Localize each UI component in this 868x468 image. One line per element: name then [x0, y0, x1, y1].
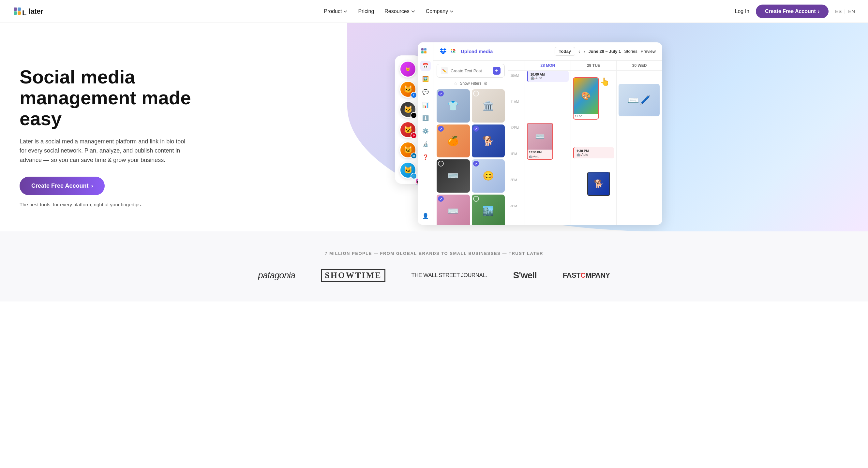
hero-subtext: The best tools, for every platform, righ… [20, 202, 209, 207]
create-text-post-button[interactable]: ✏️ Create Text Post + [437, 64, 505, 77]
create-account-button[interactable]: Create Free Account › [756, 5, 829, 18]
today-button[interactable]: Today [555, 47, 575, 56]
brand-logos: patagonia SHOWTIME THE WALL STREET JOURN… [13, 269, 855, 282]
trust-section: 7 MILLION PEOPLE — FROM GLOBAL BRANDS TO… [0, 231, 868, 301]
navigation: L later Product Pricing Resources Compan… [0, 0, 868, 23]
media-thumb-6[interactable]: 😊 [472, 159, 505, 193]
login-button[interactable]: Log In [735, 8, 749, 14]
sidebar-profile-icon[interactable]: 👤 [420, 210, 431, 221]
thumb-check-1 [438, 91, 444, 97]
cal-day-29: 29 TUE [570, 61, 617, 70]
mockup-container: 🐱 📷 🐱 f 🐱 ♪ 🐱 P 🐱 in [395, 42, 662, 225]
media-thumb-7[interactable]: ⌨️ [437, 195, 470, 225]
language-selector[interactable]: ES | EN [835, 8, 855, 14]
thumb-check-5 [438, 161, 444, 167]
time-11am: 11AM [508, 100, 525, 126]
media-library-panel: ✏️ Create Text Post + ☆ Show Filters ⚙ [433, 61, 508, 225]
hero-left: Social media management made easy Later … [20, 66, 209, 207]
event-tue-stack[interactable]: 🎨 11:00 [573, 77, 599, 120]
sidebar-comments-icon[interactable]: 💬 [420, 87, 431, 97]
hero-section: Social media management made easy Later … [0, 23, 868, 231]
stories-button[interactable]: Stories [624, 49, 637, 54]
social-profiles-panel: 🐱 📷 🐱 f 🐱 ♪ 🐱 P 🐱 in [395, 56, 421, 184]
calendar-view: 28 MON 29 TUE 30 WED 10AM 11AM 12P [508, 61, 662, 225]
calendar-body: 10AM 11AM 12PM 1PM 2PM 3PM [508, 71, 662, 225]
filter-icon[interactable]: ⚙ [484, 81, 488, 86]
svg-rect-9 [424, 51, 427, 54]
event-time-1: 10:00 AM [530, 73, 566, 76]
app-body: ✏️ Create Text Post + ☆ Show Filters ⚙ [433, 61, 662, 225]
profile-instagram[interactable]: 🐱 📷 [399, 61, 416, 77]
dropbox-icon[interactable] [440, 47, 446, 56]
next-week-button[interactable]: › [583, 48, 585, 55]
media-thumb-8[interactable]: 🏙️ [472, 195, 505, 225]
svg-rect-8 [421, 51, 424, 54]
svg-rect-1 [14, 7, 17, 11]
event-time-4: 1:30 PM [577, 149, 612, 153]
event-tue-130pm[interactable]: 1:30 PM 🤖 Auto [573, 147, 615, 158]
lang-en[interactable]: EN [848, 8, 855, 14]
gdrive-icon[interactable] [450, 47, 457, 56]
cal-time-header [508, 61, 525, 70]
cal-day-28: 28 MON [525, 61, 570, 70]
nav-product[interactable]: Product [324, 8, 348, 14]
thumb-check-2 [473, 91, 479, 97]
cal-col-wed: ⌨️🖊️ [616, 71, 662, 225]
hero-description: Later is a social media management platf… [20, 137, 189, 165]
app-header: Upload media Today ‹ › June 28 – July 1 … [433, 42, 662, 61]
svg-rect-6 [421, 48, 424, 51]
nav-links: Product Pricing Resources Company [324, 8, 454, 14]
sidebar-analytics-icon[interactable]: 📊 [420, 100, 431, 110]
event-mon-thumb[interactable]: ⌨️ 12:35 PM 🤖 Auto [527, 123, 553, 160]
media-thumb-4[interactable]: 🐕 [472, 125, 505, 158]
time-10am: 10AM [508, 74, 525, 100]
media-thumb-3[interactable]: 🍊 [437, 125, 470, 158]
sidebar-settings2-icon[interactable]: ⚙️ [420, 126, 431, 136]
svg-rect-7 [424, 48, 427, 51]
media-thumb-2[interactable]: 🏛️ [472, 89, 505, 123]
create-post-label: Create Text Post [451, 68, 490, 73]
brand-patagonia: patagonia [258, 270, 295, 280]
logo-text: later [29, 7, 43, 15]
prev-week-button[interactable]: ‹ [579, 48, 580, 55]
time-1pm: 1PM [508, 152, 525, 178]
event-label-4: 🤖 Auto [577, 153, 612, 157]
svg-rect-2 [18, 7, 21, 11]
event-tue-balloon[interactable]: 🐕 [587, 172, 610, 196]
date-range-label: June 28 – July 1 [589, 49, 621, 54]
sidebar-download-icon[interactable]: ⬇️ [420, 113, 431, 123]
media-thumb-1[interactable]: 👕 [437, 89, 470, 123]
thumb-check-4 [473, 126, 479, 132]
preview-button[interactable]: Preview [641, 49, 656, 54]
nav-company[interactable]: Company [426, 8, 454, 14]
sidebar-help-icon[interactable]: ❓ [420, 152, 431, 162]
show-filters-label[interactable]: Show Filters [460, 81, 481, 86]
cal-day-30: 30 WED [616, 61, 662, 70]
sidebar-media-icon[interactable]: 🖼️ [420, 74, 431, 84]
sidebar-labs-icon[interactable]: 🔬 [420, 139, 431, 149]
hero-cta-button[interactable]: Create Free Account › [20, 177, 105, 195]
cursor-hand-icon: 👆 [600, 77, 610, 87]
event-label-1: 🤖 Auto [530, 76, 566, 80]
event-mon-10am[interactable]: 10:00 AM 🤖 Auto [527, 71, 569, 82]
media-thumb-5[interactable]: ⌨️ [437, 159, 470, 193]
upload-media-button[interactable]: Upload media [461, 48, 493, 54]
svg-rect-3 [14, 11, 17, 15]
star-icon[interactable]: ☆ [454, 81, 458, 86]
sidebar-calendar-icon[interactable]: 📅 [420, 61, 431, 71]
lang-es[interactable]: ES [835, 8, 842, 14]
logo[interactable]: L later [13, 4, 43, 19]
nav-right: Log In Create Free Account › ES | EN [735, 5, 855, 18]
time-3pm: 3PM [508, 204, 525, 225]
app-mockup: 🐱 📷 🐱 f 🐱 ♪ 🐱 P 🐱 in [209, 42, 848, 225]
text-post-icon: ✏️ [441, 67, 448, 74]
nav-pricing[interactable]: Pricing [358, 8, 374, 14]
add-post-button[interactable]: + [493, 67, 500, 75]
event-wed-keyboard[interactable]: ⌨️🖊️ [619, 84, 662, 116]
brand-wsj: THE WALL STREET JOURNAL. [411, 272, 487, 279]
svg-text:L: L [22, 9, 26, 17]
nav-resources[interactable]: Resources [384, 8, 415, 14]
filters-row: ☆ Show Filters ⚙ [437, 81, 505, 86]
app-header-right: Today ‹ › June 28 – July 1 Stories Previ… [555, 47, 656, 56]
thumb-check-6 [473, 161, 479, 167]
